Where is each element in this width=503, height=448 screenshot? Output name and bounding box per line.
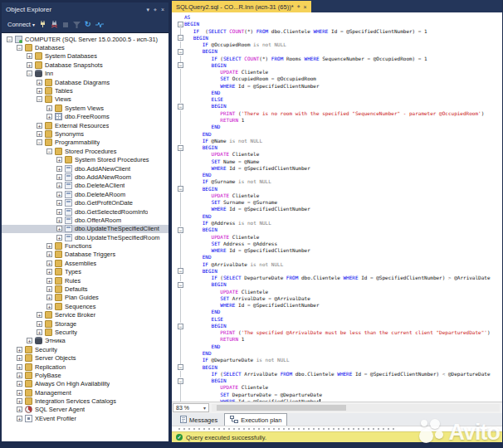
tree-item-security[interactable]: +Security: [2, 345, 168, 353]
tree-item-dbo-getselectedroominfo[interactable]: +dbo.GetSelectedRoomInfo: [2, 207, 168, 216]
expand-icon[interactable]: +: [17, 398, 22, 404]
connect-button[interactable]: Connect ▾: [7, 21, 35, 28]
expand-icon[interactable]: +: [56, 166, 62, 172]
tree-item-storage[interactable]: +Storage: [2, 319, 168, 328]
fold-collapse-icon[interactable]: −: [178, 227, 183, 233]
fold-collapse-icon[interactable]: −: [178, 49, 183, 55]
tree-item-defaults[interactable]: +Defaults: [2, 285, 168, 293]
expand-icon[interactable]: +: [17, 381, 22, 387]
expand-icon[interactable]: +: [37, 131, 42, 137]
tree-item-sql-server-agent[interactable]: +SQL Server Agent: [2, 406, 168, 414]
tree-item-dbo-updatethespecifiedroom[interactable]: +dbo.UpdateTheSpecifiedRoom: [2, 233, 168, 241]
expand-icon[interactable]: +: [17, 364, 22, 370]
collapse-icon[interactable]: −: [17, 45, 22, 51]
collapse-icon[interactable]: −: [7, 37, 12, 42]
expand-icon[interactable]: +: [27, 62, 32, 68]
disconnect-plug-icon[interactable]: [51, 21, 58, 28]
fold-collapse-icon[interactable]: −: [178, 35, 183, 41]
fold-collapse-icon[interactable]: −: [178, 145, 183, 151]
fold-collapse-icon[interactable]: −: [178, 104, 183, 110]
connect-plug-icon[interactable]: [39, 21, 46, 28]
tree-item-dbo-addanewclient[interactable]: +dbo.AddANewClient: [2, 164, 168, 173]
tree-item-sequences[interactable]: +Sequences: [2, 302, 168, 310]
tree-item-assemblies[interactable]: +Assemblies: [2, 259, 168, 267]
tab-messages[interactable]: Messages: [175, 415, 222, 426]
tree-item-database-triggers[interactable]: +Database Triggers: [2, 251, 168, 259]
tree-item-views[interactable]: −Views: [2, 95, 168, 104]
expand-icon[interactable]: +: [17, 407, 22, 412]
expand-icon[interactable]: +: [56, 192, 62, 197]
expand-icon[interactable]: +: [46, 251, 52, 257]
fold-collapse-icon[interactable]: −: [178, 282, 183, 288]
tree-item-database-snapshots[interactable]: +Database Snapshots: [2, 61, 168, 69]
tree-item-dbo-deleteaclient[interactable]: +dbo.DeleteAClient: [2, 182, 168, 190]
tree-item-dbo-addanewroom[interactable]: +dbo.AddANewRoom: [2, 173, 168, 181]
expand-icon[interactable]: +: [37, 88, 42, 94]
expand-icon[interactable]: +: [56, 157, 62, 163]
pin-icon[interactable]: ⌖: [154, 7, 157, 13]
tree-item-security[interactable]: +Security: [2, 328, 168, 336]
tree-item-rules[interactable]: +Rules: [2, 276, 168, 285]
expand-icon[interactable]: +: [17, 416, 22, 421]
expand-icon[interactable]: +: [46, 243, 52, 249]
window-position-icon[interactable]: ▾: [146, 7, 149, 13]
tree-item-synonyms[interactable]: +Synonyms: [2, 129, 168, 138]
expand-icon[interactable]: +: [46, 261, 52, 266]
fold-collapse-icon[interactable]: −: [178, 22, 183, 27]
tree-item-integration-services-catalogs[interactable]: +Integration Services Catalogs: [2, 397, 168, 405]
tree-item-xevent-profiler[interactable]: +XEvent Profiler: [2, 414, 168, 422]
tree-item-always-on-high-availability[interactable]: +Always On High Availability: [2, 380, 168, 388]
tree-item-functions[interactable]: +Functions: [2, 241, 168, 250]
tree-item-stored-procedures[interactable]: −Stored Procedures: [2, 147, 168, 155]
expand-icon[interactable]: +: [56, 200, 62, 206]
tree-item-database-diagrams[interactable]: +Database Diagrams: [2, 78, 168, 86]
tree-item-dbo-getprofitondate[interactable]: +dbo.GetProfitOnDate: [2, 198, 168, 207]
collapse-icon[interactable]: −: [37, 139, 42, 145]
tree-item-dbo-updatethespecifiedclient[interactable]: +dbo.UpdateTheSpecifiedClient: [2, 225, 168, 233]
expand-icon[interactable]: +: [56, 174, 62, 180]
tree-item-dbo-deletearoom[interactable]: +dbo.DeleteARoom: [2, 190, 168, 198]
tree-item-dbo-offeraroom[interactable]: +dbo.OfferARoom: [2, 216, 168, 224]
code-editor[interactable]: AS−BEGIN IF (SELECT COUNT(*) FROM dbo.Cl…: [172, 12, 502, 402]
pin-icon[interactable]: ⌖: [297, 3, 300, 10]
collapse-icon[interactable]: −: [27, 71, 32, 76]
tree-item-system-views[interactable]: +System Views: [2, 104, 168, 112]
expand-icon[interactable]: +: [46, 295, 52, 300]
expand-icon[interactable]: +: [46, 304, 52, 309]
expand-icon[interactable]: +: [56, 183, 62, 188]
horizontal-scrollbar[interactable]: [212, 404, 500, 411]
expand-icon[interactable]: +: [46, 114, 52, 119]
expand-icon[interactable]: +: [37, 312, 42, 318]
expand-icon[interactable]: +: [17, 390, 22, 396]
expand-icon[interactable]: +: [27, 53, 32, 59]
tree-item-inn[interactable]: −Inn: [2, 70, 168, 78]
expand-icon[interactable]: +: [46, 269, 52, 275]
tab-execution-plan[interactable]: Execution plan: [224, 413, 287, 426]
fold-collapse-icon[interactable]: −: [178, 62, 183, 68]
fold-collapse-icon[interactable]: −: [178, 186, 183, 192]
expand-icon[interactable]: +: [46, 286, 52, 292]
tree-item-computer-sql-server-15-0-2000-5-исп-31[interactable]: −COMPUTER (SQL Server 15.0.2000.5 - исп-…: [2, 35, 168, 43]
expand-icon[interactable]: +: [56, 209, 62, 215]
expand-icon[interactable]: +: [37, 80, 42, 85]
tree-item-types[interactable]: +Types: [2, 268, 168, 276]
expand-icon[interactable]: +: [17, 355, 22, 361]
refresh-icon[interactable]: ↻: [85, 21, 91, 28]
tree-item-programmability[interactable]: −Programmability: [2, 139, 168, 147]
expand-icon[interactable]: +: [37, 329, 42, 335]
activity-monitor-icon[interactable]: [95, 21, 104, 28]
collapse-icon[interactable]: −: [46, 149, 52, 154]
tree-item-system-databases[interactable]: +System Databases: [2, 52, 168, 61]
expand-icon[interactable]: +: [56, 217, 62, 223]
tree-item-management[interactable]: +Management: [2, 388, 168, 397]
collapse-icon[interactable]: −: [37, 96, 42, 102]
expand-icon[interactable]: +: [56, 226, 62, 231]
tree-item-system-stored-procedures[interactable]: +System Stored Procedures: [2, 155, 168, 163]
tree-item-server-objects[interactable]: +Server Objects: [2, 353, 168, 362]
expand-icon[interactable]: +: [17, 373, 22, 378]
expand-icon[interactable]: +: [17, 347, 22, 353]
expand-icon[interactable]: +: [27, 338, 32, 343]
tree-item-external-resources[interactable]: +External Resources: [2, 121, 168, 129]
fold-collapse-icon[interactable]: −: [178, 324, 183, 329]
scrollbar-thumb[interactable]: [217, 405, 346, 411]
